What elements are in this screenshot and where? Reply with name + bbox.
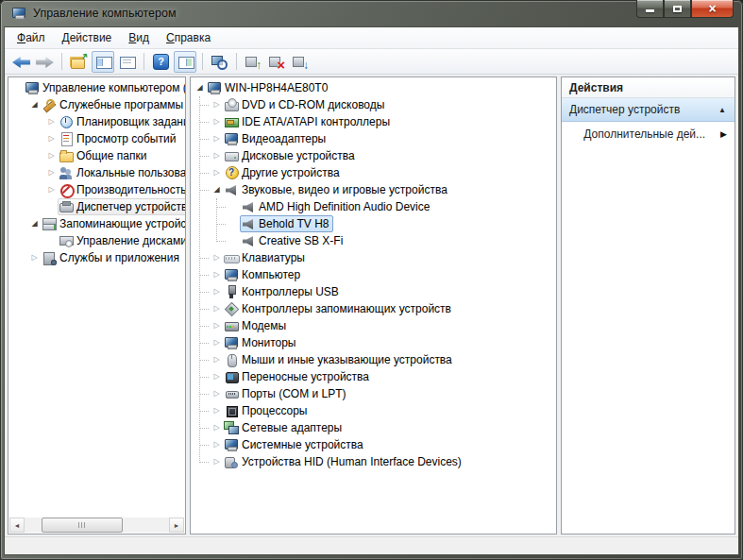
expander-icon[interactable] bbox=[211, 131, 223, 146]
device-row-computer[interactable]: WIN-HP8H4AE80T0 bbox=[191, 79, 556, 96]
console-tree-toggle-button[interactable] bbox=[92, 51, 114, 73]
horizontal-scrollbar[interactable]: ◄ ► bbox=[9, 518, 184, 533]
scan-hardware-button[interactable] bbox=[209, 51, 230, 73]
device-row-modems[interactable]: Модемы bbox=[191, 317, 556, 334]
disable-device-button[interactable] bbox=[290, 51, 312, 73]
tree-item-disk-management[interactable]: Управление дисками bbox=[8, 232, 185, 249]
actions-group-device-manager[interactable]: Диспетчер устройств ▲ bbox=[562, 98, 735, 122]
device-manager-icon bbox=[59, 199, 74, 214]
tree-item-task-scheduler[interactable]: Планировщик заданий bbox=[8, 113, 185, 130]
content-area: Управление компьютером (л Служебные прог… bbox=[5, 75, 738, 536]
device-row-disk-drives[interactable]: Дисковые устройства bbox=[191, 147, 556, 164]
expander-icon[interactable] bbox=[211, 318, 223, 333]
device-row-usb[interactable]: Контроллеры USB bbox=[191, 283, 556, 300]
expander-icon[interactable] bbox=[211, 284, 223, 299]
expander-icon[interactable] bbox=[211, 165, 223, 180]
expander-icon[interactable] bbox=[28, 97, 41, 112]
forward-button[interactable] bbox=[34, 51, 56, 73]
device-row-sound[interactable]: Звуковые, видео и игровые устройства bbox=[191, 181, 556, 198]
device-tree: WIN-HP8H4AE80T0 DVD и CD-ROM дисководы I… bbox=[191, 77, 556, 470]
back-button[interactable] bbox=[10, 51, 32, 73]
action-pane-toggle-button[interactable] bbox=[174, 51, 196, 73]
uninstall-device-icon bbox=[269, 54, 285, 70]
device-row-processors[interactable]: Процессоры bbox=[191, 402, 556, 419]
actions-group-title: Диспетчер устройств bbox=[569, 103, 680, 116]
properties-button[interactable] bbox=[116, 51, 138, 73]
chevron-up-icon[interactable]: ▲ bbox=[718, 106, 726, 114]
device-row-other-devices[interactable]: Другие устройства bbox=[191, 164, 556, 181]
device-row-behold-tv[interactable]: Behold TV H8 bbox=[191, 215, 556, 232]
expander-icon[interactable] bbox=[211, 250, 223, 265]
actions-item-more-actions[interactable]: Дополнительные дей... ▶ bbox=[562, 122, 735, 146]
expander-icon[interactable] bbox=[211, 148, 223, 163]
expander-icon[interactable] bbox=[45, 114, 58, 129]
tree-item-system-tools[interactable]: Служебные программы bbox=[8, 96, 185, 113]
expander-icon[interactable] bbox=[211, 369, 223, 384]
uninstall-device-button[interactable] bbox=[266, 51, 288, 73]
mouse-icon bbox=[224, 352, 239, 367]
maximize-button[interactable] bbox=[664, 0, 691, 18]
expander-icon[interactable] bbox=[211, 267, 223, 282]
device-row-computer-node[interactable]: Компьютер bbox=[191, 266, 556, 283]
device-row-mice[interactable]: Мыши и иные указывающие устройства bbox=[191, 351, 556, 368]
properties-icon bbox=[119, 54, 135, 70]
expander-icon[interactable] bbox=[211, 454, 223, 469]
expander-icon[interactable] bbox=[28, 216, 41, 231]
expander-icon[interactable] bbox=[194, 80, 206, 95]
scroll-right-button[interactable]: ► bbox=[169, 518, 184, 533]
expander-icon[interactable] bbox=[211, 335, 223, 350]
device-row-amd-audio[interactable]: AMD High Definition Audio Device bbox=[191, 198, 556, 215]
tree-item-local-users[interactable]: Локальные пользовате bbox=[8, 164, 185, 181]
tree-item-services[interactable]: Службы и приложения bbox=[8, 249, 185, 266]
expander-icon[interactable] bbox=[211, 182, 223, 197]
update-driver-button[interactable] bbox=[243, 51, 264, 73]
expander-icon[interactable] bbox=[45, 182, 58, 197]
menu-view[interactable]: Вид bbox=[120, 28, 158, 47]
device-row-keyboards[interactable]: Клавиатуры bbox=[191, 249, 556, 266]
menu-file[interactable]: Файл bbox=[8, 28, 54, 47]
expander-icon[interactable] bbox=[211, 301, 223, 316]
scrollbar-track[interactable] bbox=[25, 518, 169, 533]
device-row-dvd[interactable]: DVD и CD-ROM дисководы bbox=[191, 96, 556, 113]
ports-icon bbox=[224, 386, 239, 401]
expander-icon[interactable] bbox=[45, 148, 58, 163]
action-pane-icon bbox=[177, 54, 194, 70]
tree-item-performance[interactable]: Производительность bbox=[8, 181, 185, 198]
expander-icon[interactable] bbox=[211, 352, 223, 367]
device-row-display-adapters[interactable]: Видеоадаптеры bbox=[191, 130, 556, 147]
actions-item-label: Дополнительные дей... bbox=[583, 127, 705, 141]
expander-icon[interactable] bbox=[28, 250, 41, 265]
menu-help[interactable]: Справка bbox=[158, 28, 219, 47]
tree-item-device-manager[interactable]: Диспетчер устройств bbox=[8, 198, 185, 215]
expander-icon[interactable] bbox=[211, 386, 223, 401]
tree-item-storage[interactable]: Запоминающие устройст bbox=[8, 215, 185, 232]
expander-icon[interactable] bbox=[211, 420, 223, 435]
close-button[interactable]: × bbox=[691, 0, 734, 18]
minimize-button[interactable] bbox=[636, 0, 664, 18]
expander-icon[interactable] bbox=[45, 165, 58, 180]
display-adapter-icon bbox=[224, 131, 239, 146]
expander-icon[interactable] bbox=[211, 403, 223, 418]
expander-icon[interactable] bbox=[211, 97, 223, 112]
tree-item-event-viewer[interactable]: Просмотр событий bbox=[8, 130, 185, 147]
device-row-hid[interactable]: Устройства HID (Human Interface Devices) bbox=[191, 453, 556, 470]
scrollbar-thumb[interactable] bbox=[42, 518, 123, 533]
scroll-left-button[interactable]: ◄ bbox=[9, 518, 25, 533]
title-bar[interactable]: Управление компьютером × bbox=[0, 0, 743, 26]
device-row-ide[interactable]: IDE ATA/ATAPI контроллеры bbox=[191, 113, 556, 130]
help-button[interactable] bbox=[150, 51, 172, 73]
menu-action[interactable]: Действие bbox=[54, 28, 121, 47]
expander-icon[interactable] bbox=[211, 114, 223, 129]
device-row-creative-sb[interactable]: Creative SB X-Fi bbox=[191, 232, 556, 249]
device-row-portable[interactable]: Переносные устройства bbox=[191, 368, 556, 385]
device-row-storage-controllers[interactable]: Контроллеры запоминающих устройств bbox=[191, 300, 556, 317]
expander-icon[interactable] bbox=[211, 437, 223, 452]
device-row-system-devices[interactable]: Системные устройства bbox=[191, 436, 556, 453]
tree-item-computer-management[interactable]: Управление компьютером (л bbox=[8, 79, 185, 96]
device-row-network-adapters[interactable]: Сетевые адаптеры bbox=[191, 419, 556, 436]
device-row-monitors[interactable]: Мониторы bbox=[191, 334, 556, 351]
up-level-button[interactable] bbox=[68, 51, 90, 73]
tree-item-shared-folders[interactable]: Общие папки bbox=[8, 147, 185, 164]
expander-icon[interactable] bbox=[45, 131, 58, 146]
device-row-ports[interactable]: Порты (COM и LPT) bbox=[191, 385, 556, 402]
